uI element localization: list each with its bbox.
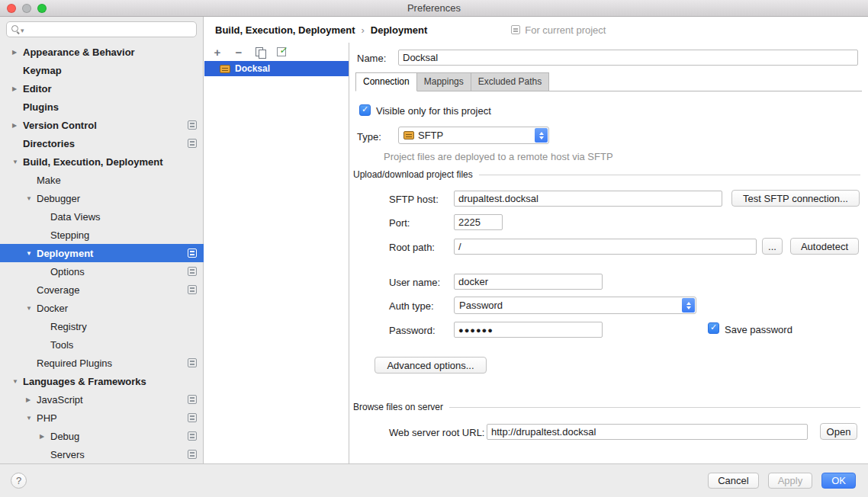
sidebar-item-servers[interactable]: Servers [0, 445, 204, 463]
collapse-arrow-icon[interactable]: ▼ [26, 250, 37, 257]
sidebar-item-label: Registry [50, 321, 87, 332]
sftp-type-icon [403, 131, 414, 139]
sidebar-item-options[interactable]: Options [0, 262, 204, 281]
sidebar-item-label: Plugins [23, 101, 59, 113]
breadcrumb-separator-icon: › [361, 24, 364, 36]
server-item-docksal[interactable]: Docksal [204, 61, 349, 76]
expand-arrow-icon[interactable]: ▶ [26, 396, 37, 403]
settings-header: Build, Execution, Deployment › Deploymen… [204, 17, 868, 43]
sidebar-item-label: Build, Execution, Deployment [23, 156, 162, 168]
sidebar-item-coverage[interactable]: Coverage [0, 281, 204, 299]
user-name-label: User name: [389, 277, 440, 288]
settings-search-box[interactable] [6, 21, 197, 37]
sidebar-item-tools[interactable]: Tools [0, 335, 204, 354]
add-server-button[interactable]: + [211, 46, 223, 58]
expand-arrow-icon[interactable]: ▶ [12, 122, 23, 129]
remove-server-button[interactable]: − [233, 46, 245, 58]
sidebar-item-directories[interactable]: Directories [0, 134, 204, 152]
copy-icon [256, 47, 265, 57]
web-root-input[interactable] [487, 424, 808, 440]
collapse-arrow-icon[interactable]: ▼ [26, 415, 37, 422]
sidebar-item-registry[interactable]: Registry [0, 317, 204, 335]
save-password-checkbox[interactable] [708, 322, 719, 334]
sidebar-item-deployment[interactable]: ▼Deployment [0, 244, 204, 262]
sidebar-item-version-control[interactable]: ▶Version Control [0, 116, 204, 134]
sidebar-item-debug[interactable]: ▶Debug [0, 427, 204, 445]
upload-section-separator: Upload/download project files [353, 169, 860, 180]
expand-arrow-icon[interactable]: ▶ [12, 85, 23, 92]
use-as-default-button[interactable] [275, 46, 288, 58]
settings-search-input[interactable] [27, 24, 191, 35]
search-options-chevron-icon[interactable] [21, 24, 24, 35]
sidebar-item-javascript[interactable]: ▶JavaScript [0, 390, 204, 409]
root-path-input[interactable] [454, 239, 757, 255]
expand-arrow-icon[interactable]: ▶ [12, 49, 23, 56]
settings-tree: ▶Appearance & BehaviorKeymap▶EditorPlugi… [0, 43, 204, 463]
sidebar-item-label: Directories [23, 138, 75, 149]
tab-connection[interactable]: Connection [355, 72, 417, 91]
zoom-button[interactable] [37, 4, 47, 13]
sidebar-item-php[interactable]: ▼PHP [0, 409, 204, 427]
sidebar-item-label: Languages & Frameworks [23, 376, 146, 387]
sidebar-item-make[interactable]: Make [0, 171, 204, 189]
type-help-text: Project files are deployed to a remote h… [384, 151, 613, 162]
root-path-browse-button[interactable]: ... [762, 238, 783, 255]
sidebar-item-label: Required Plugins [37, 358, 112, 369]
green-check-icon [277, 47, 286, 56]
help-button[interactable]: ? [11, 473, 27, 489]
sidebar-item-plugins[interactable]: Plugins [0, 98, 204, 116]
sidebar-item-docker[interactable]: ▼Docker [0, 299, 204, 317]
sidebar-item-build-execution-deployment[interactable]: ▼Build, Execution, Deployment [0, 152, 204, 171]
autodetect-button[interactable]: Autodetect [790, 238, 859, 255]
sidebar-item-stepping[interactable]: Stepping [0, 226, 204, 244]
sidebar-item-label: Debug [50, 431, 79, 442]
tab-mappings[interactable]: Mappings [416, 72, 471, 91]
shared-settings-icon [188, 413, 197, 422]
settings-sidebar: ▶Appearance & BehaviorKeymap▶EditorPlugi… [0, 17, 204, 463]
visible-only-checkbox[interactable] [359, 104, 371, 116]
sidebar-item-label: Make [37, 175, 61, 186]
password-input[interactable] [454, 322, 603, 338]
advanced-options-button[interactable]: Advanced options... [375, 357, 487, 374]
sidebar-item-appearance-behavior[interactable]: ▶Appearance & Behavior [0, 43, 204, 61]
shared-settings-icon [188, 248, 197, 258]
sidebar-item-editor[interactable]: ▶Editor [0, 79, 204, 98]
collapse-arrow-icon[interactable]: ▼ [26, 195, 37, 202]
collapse-arrow-icon[interactable]: ▼ [26, 305, 37, 312]
open-button[interactable]: Open [820, 423, 857, 440]
separator-line [479, 175, 860, 175]
cancel-button[interactable]: Cancel [708, 473, 758, 489]
project-scope-icon [511, 25, 520, 34]
shared-settings-icon [188, 395, 197, 404]
close-button[interactable] [7, 4, 16, 13]
ok-button[interactable]: OK [821, 473, 856, 489]
sidebar-item-data-views[interactable]: Data Views [0, 207, 204, 226]
auth-type-dropdown[interactable]: Password [454, 297, 696, 314]
sidebar-item-label: Appearance & Behavior [23, 46, 135, 58]
collapse-arrow-icon[interactable]: ▼ [12, 159, 23, 165]
sidebar-item-keymap[interactable]: Keymap [0, 61, 204, 79]
collapse-arrow-icon[interactable]: ▼ [12, 378, 23, 385]
auth-type-value: Password [459, 300, 682, 311]
tab-excluded-paths[interactable]: Excluded Paths [471, 72, 549, 91]
sidebar-item-required-plugins[interactable]: Required Plugins [0, 354, 204, 372]
root-path-label: Root path: [389, 242, 435, 253]
sidebar-item-languages-frameworks[interactable]: ▼Languages & Frameworks [0, 372, 204, 390]
type-dropdown[interactable]: SFTP [398, 127, 549, 144]
minimize-button [22, 4, 31, 13]
password-label: Password: [389, 325, 436, 336]
sftp-host-input[interactable] [454, 191, 722, 207]
sidebar-item-label: Docker [37, 303, 68, 314]
port-input[interactable] [454, 214, 503, 230]
copy-server-button[interactable] [254, 46, 266, 58]
test-sftp-connection-button[interactable]: Test SFTP connection... [731, 190, 860, 207]
window-title: Preferences [0, 0, 868, 17]
breadcrumb-parent[interactable]: Build, Execution, Deployment [215, 24, 355, 36]
sidebar-item-label: Options [50, 266, 85, 277]
expand-arrow-icon[interactable]: ▶ [40, 433, 50, 440]
name-input[interactable] [398, 50, 858, 66]
apply-button[interactable]: Apply [768, 473, 813, 489]
user-name-input[interactable] [454, 274, 603, 290]
sidebar-item-debugger[interactable]: ▼Debugger [0, 189, 204, 207]
shared-settings-icon [188, 120, 197, 130]
